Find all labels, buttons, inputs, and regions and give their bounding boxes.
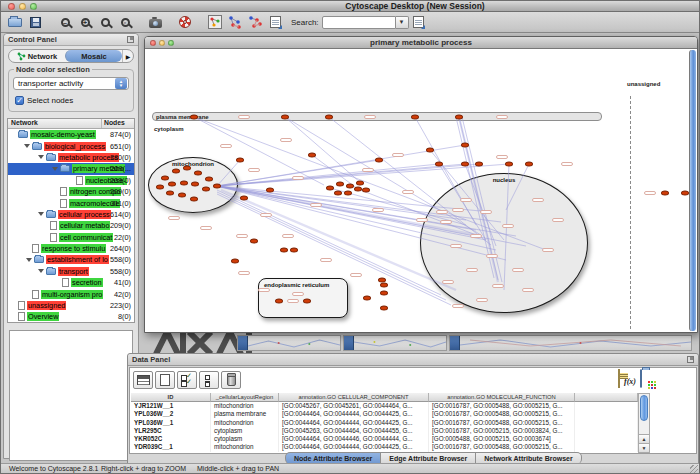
minimized-window[interactable] <box>343 335 447 351</box>
graph-node[interactable] <box>411 115 419 120</box>
tree-row[interactable]: macromolecule311(0) <box>8 197 134 208</box>
graph-node[interactable] <box>461 162 469 167</box>
graph-node[interactable] <box>250 239 258 244</box>
graph-node[interactable] <box>178 193 186 198</box>
graph-node[interactable] <box>172 169 180 174</box>
network-canvas[interactable]: plasma membrane cytoplasm mitochondrion … <box>146 50 696 331</box>
minimize-icon[interactable] <box>159 40 165 46</box>
network-manager-icon[interactable] <box>205 13 225 31</box>
tab-overflow-arrow-icon[interactable]: ▶ <box>122 50 133 62</box>
graph-node[interactable] <box>290 248 298 253</box>
graph-node[interactable] <box>325 115 333 120</box>
minimized-window[interactable] <box>449 335 692 351</box>
tree-row[interactable]: establishment of lo558(0) <box>8 254 134 265</box>
graph-node[interactable] <box>180 181 188 186</box>
graph-node[interactable] <box>525 162 533 167</box>
window-titlebar[interactable]: Cytoscape Desktop (New Session) <box>1 1 699 12</box>
vizmapper-b-icon[interactable] <box>245 13 265 31</box>
graph-node[interactable] <box>205 177 213 182</box>
scrollbar-thumb[interactable] <box>640 395 648 421</box>
tree-row[interactable]: cellular metabo209(0) <box>8 220 134 231</box>
graph-node[interactable] <box>194 171 202 176</box>
float-data-panel-icon[interactable] <box>687 356 694 363</box>
graph-node[interactable] <box>236 158 244 163</box>
table-row[interactable]: YLR295Ccytoplasm[GO:0045263, GO:0044464,… <box>131 427 638 435</box>
column-header[interactable]: annotation.GO CELLULAR_COMPONENT <box>279 393 429 402</box>
graph-node[interactable] <box>380 306 388 311</box>
table-vertical-scrollbar[interactable]: ▲ ▼ <box>638 393 650 453</box>
tree-row[interactable]: transport558(0) <box>8 266 134 277</box>
scroll-up-icon[interactable]: ▲ <box>639 434 649 443</box>
import-form-icon[interactable] <box>265 13 285 31</box>
table-row[interactable]: YPL036W__1mitochondrion[GO:0044464, GO:0… <box>131 419 638 427</box>
graph-node[interactable] <box>681 191 689 196</box>
graph-node[interactable] <box>505 162 513 167</box>
expand-triangle-icon[interactable] <box>52 167 58 171</box>
open-folder-icon[interactable] <box>5 13 25 31</box>
tab-mosaic[interactable]: Mosaic <box>65 50 122 62</box>
graph-node[interactable] <box>356 181 364 186</box>
graph-node[interactable] <box>435 162 443 167</box>
zoom-selected-region-icon[interactable]: ▫ <box>115 13 135 31</box>
new-attribute-icon[interactable] <box>155 371 175 389</box>
node-color-dropdown[interactable]: transporter activity ▲▼ <box>13 77 129 90</box>
close-icon[interactable] <box>150 40 156 46</box>
expand-triangle-icon[interactable] <box>38 269 44 273</box>
expand-triangle-icon[interactable] <box>38 155 44 159</box>
graph-node[interactable] <box>213 184 221 189</box>
graph-node[interactable] <box>455 115 463 120</box>
attribute-checklist-icon[interactable]: ✓✓ <box>177 371 197 389</box>
graph-node[interactable] <box>202 187 210 192</box>
save-icon[interactable] <box>25 13 45 31</box>
graph-node[interactable] <box>190 115 198 120</box>
minimize-button[interactable] <box>19 3 26 10</box>
graph-node[interactable] <box>156 185 164 190</box>
help-ring-icon[interactable] <box>175 13 195 31</box>
tree-row[interactable]: multi-organism pro42(0) <box>8 288 134 299</box>
tree-row[interactable]: mosaic-demo-yeast874(0) <box>8 129 134 140</box>
graph-node[interactable] <box>161 176 169 181</box>
network-window-titlebar[interactable]: primary metabolic process <box>145 37 697 49</box>
graph-node[interactable] <box>308 153 316 158</box>
delete-attribute-icon[interactable] <box>221 371 241 389</box>
column-header[interactable] <box>575 393 638 402</box>
graph-node[interactable] <box>375 158 383 163</box>
network-view-window[interactable]: primary metabolic process plasma membran… <box>144 36 698 333</box>
network-vertical-scrollbar[interactable] <box>689 50 696 331</box>
graph-node[interactable] <box>183 166 191 171</box>
table-row[interactable]: YPL036W__2plasma membrane[GO:0044464, GO… <box>131 410 638 418</box>
graph-node[interactable] <box>426 148 434 153</box>
tree-row[interactable]: metabolic process280(0) <box>8 152 134 163</box>
graph-node[interactable] <box>362 188 370 193</box>
tree-row[interactable]: Overview8(0) <box>8 311 134 322</box>
tree-row[interactable]: cell communicat22(0) <box>8 232 134 243</box>
expand-triangle-icon[interactable] <box>26 258 32 262</box>
table-row[interactable]: YKR052Ccytoplasm[GO:0044464, GO:0044446,… <box>131 435 638 443</box>
select-attributes-icon[interactable] <box>133 371 153 389</box>
table-row[interactable]: YJR121W__1mitochondrion[GO:0045267, GO:0… <box>131 402 638 410</box>
tree-row[interactable]: primary metabo209(... <box>8 163 134 174</box>
graph-node[interactable] <box>303 299 311 304</box>
tree-row[interactable]: biological_process651(0) <box>8 140 134 151</box>
graph-node[interactable] <box>190 197 198 202</box>
vizmapper-a-icon[interactable] <box>225 13 245 31</box>
graph-node[interactable] <box>363 296 371 301</box>
graph-node[interactable] <box>354 187 362 192</box>
table-row[interactable]: YDR039C__1mitochondrion[GO:0044464, GO:0… <box>131 443 638 451</box>
graph-node[interactable] <box>281 115 289 120</box>
graph-node[interactable] <box>380 291 388 296</box>
graph-node[interactable] <box>191 182 199 187</box>
tree-row[interactable]: response to stimulu264(0) <box>8 243 134 254</box>
graph-node[interactable] <box>231 259 239 264</box>
graph-node[interactable] <box>344 191 352 196</box>
graph-node[interactable] <box>275 299 283 304</box>
select-nodes-checkbox[interactable]: ✓ <box>15 96 24 105</box>
float-panel-icon[interactable] <box>127 36 134 43</box>
graph-node[interactable] <box>336 182 344 187</box>
minimized-window[interactable] <box>237 335 341 351</box>
tree-row[interactable]: unassigned223(0) <box>8 300 134 311</box>
graph-node[interactable] <box>280 248 288 253</box>
column-header[interactable]: annotation.GO MOLECULAR_FUNCTION <box>429 393 575 402</box>
graph-node[interactable] <box>334 191 342 196</box>
search-dropdown-arrow-icon[interactable]: ▼ <box>396 16 409 29</box>
